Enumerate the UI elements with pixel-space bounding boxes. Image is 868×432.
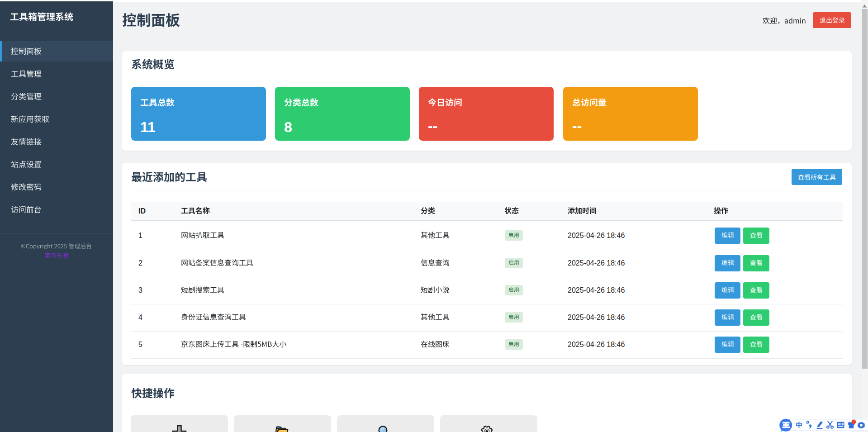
svg-text:2025-04-26 18:46: 2025-04-26 18:46 xyxy=(568,313,625,321)
svg-text:3: 3 xyxy=(138,286,142,294)
svg-text:--: -- xyxy=(428,118,437,134)
svg-text:2025-04-26 18:46: 2025-04-26 18:46 xyxy=(568,232,625,239)
svg-text:4: 4 xyxy=(138,313,142,321)
svg-text:--: -- xyxy=(572,118,582,134)
svg-text:5: 5 xyxy=(138,341,142,348)
svg-text:2025-04-26 18:46: 2025-04-26 18:46 xyxy=(568,286,625,294)
svg-text:8: 8 xyxy=(284,119,292,135)
svg-text:11: 11 xyxy=(140,119,156,135)
svg-text:2025-04-26 18:46: 2025-04-26 18:46 xyxy=(568,341,625,348)
svg-text:2025-04-26 18:46: 2025-04-26 18:46 xyxy=(568,259,625,267)
svg-text:2: 2 xyxy=(138,259,142,267)
svg-text:ID: ID xyxy=(138,207,146,215)
svg-text:1: 1 xyxy=(138,232,142,239)
